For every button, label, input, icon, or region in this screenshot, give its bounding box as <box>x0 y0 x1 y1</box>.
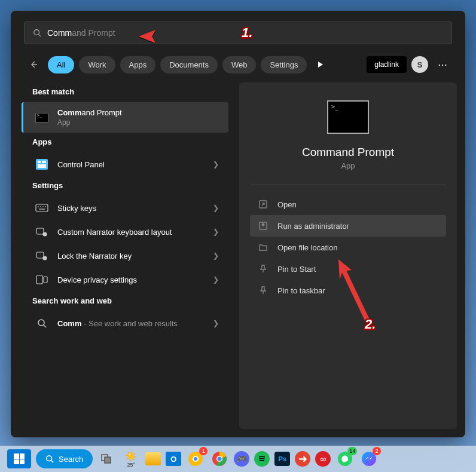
search-icon <box>35 317 49 329</box>
section-apps: Apps <box>19 133 231 152</box>
section-best-match: Best match <box>19 82 231 102</box>
arrow-left-icon <box>29 60 38 69</box>
keyboard-icon <box>35 202 49 214</box>
tab-apps[interactable]: Apps <box>120 56 156 73</box>
chevron-right-icon: ❯ <box>213 275 219 284</box>
action-open[interactable]: Open <box>250 194 446 215</box>
action-label: Open <box>277 200 297 209</box>
svg-rect-4 <box>42 161 46 163</box>
tab-web[interactable]: Web <box>222 56 257 73</box>
spotify-icon[interactable] <box>254 451 270 467</box>
search-typed-text: Comm <box>47 28 72 38</box>
action-label: Pin to taskbar <box>277 286 325 295</box>
search-icon <box>45 455 54 463</box>
file-explorer-icon[interactable] <box>145 452 161 465</box>
action-pin-taskbar[interactable]: Pin to taskbar <box>250 280 446 301</box>
chrome-canary-icon[interactable]: 1 <box>186 449 205 468</box>
preview-subtitle: App <box>250 161 446 170</box>
preview-title: Command Prompt <box>250 146 446 159</box>
svg-rect-25 <box>105 457 111 463</box>
svg-point-15 <box>43 256 47 260</box>
result-lock-narrator[interactable]: Lock the Narrator key ❯ <box>22 244 228 268</box>
chevron-right-icon: ❯ <box>213 319 219 327</box>
pin-icon <box>258 286 268 295</box>
svg-point-22 <box>47 456 52 461</box>
tab-all[interactable]: All <box>48 56 74 73</box>
discord-icon[interactable]: 🎮 <box>234 451 249 467</box>
preview-pane: Command Prompt App Open Run as administr… <box>239 82 457 429</box>
action-label: Pin to Start <box>277 265 316 274</box>
svg-point-28 <box>194 457 197 461</box>
section-settings: Settings <box>19 176 231 196</box>
chevron-right-icon: ❯ <box>213 252 219 260</box>
action-label: Open file location <box>277 243 337 252</box>
svg-rect-6 <box>36 204 48 212</box>
more-button[interactable]: ⋯ <box>433 59 452 71</box>
search-icon <box>33 29 41 37</box>
result-web-search[interactable]: Comm - See work and web results ❯ <box>22 311 228 335</box>
whatsapp-icon[interactable]: 14 <box>335 449 355 468</box>
result-subtitle: App <box>57 118 219 127</box>
svg-rect-12 <box>36 228 44 234</box>
outlook-icon[interactable]: O <box>166 452 181 466</box>
result-privacy[interactable]: Device privacy settings ❯ <box>22 268 228 292</box>
search-bar[interactable]: Command Prompt <box>24 22 452 44</box>
creative-cloud-icon[interactable]: ∞ <box>315 451 331 467</box>
folder-icon <box>258 243 268 252</box>
search-ghost-text: and Prompt <box>72 28 115 38</box>
todoist-icon[interactable]: ➜ <box>295 451 310 467</box>
tab-settings[interactable]: Settings <box>261 56 307 73</box>
gladlink-pill[interactable]: gladlink <box>367 56 407 73</box>
avatar[interactable]: S <box>411 56 428 73</box>
svg-point-31 <box>218 457 222 461</box>
result-command-prompt[interactable]: Command Prompt App <box>22 102 228 133</box>
control-panel-icon <box>35 158 49 170</box>
result-title: Sticky keys <box>57 204 213 213</box>
taskview-icon[interactable] <box>97 449 117 468</box>
results-column: Best match Command Prompt App Apps Contr… <box>19 82 231 429</box>
divider <box>250 185 446 185</box>
action-label: Run as administrator <box>277 222 349 231</box>
tabs-row: All Work Apps Documents Web Settings gla… <box>11 44 465 82</box>
svg-line-23 <box>51 461 54 463</box>
action-run-admin[interactable]: Run as administrator <box>250 215 446 237</box>
taskbar-search-label: Search <box>59 455 83 464</box>
start-button[interactable] <box>7 449 31 468</box>
result-narrator-layout[interactable]: Custom Narrator keyboard layout ❯ <box>22 220 228 244</box>
chrome-icon[interactable] <box>210 449 229 468</box>
result-sticky-keys[interactable]: Sticky keys ❯ <box>22 196 228 220</box>
result-title: Control Panel <box>57 160 213 169</box>
admin-icon <box>258 221 268 231</box>
result-title: Device privacy settings <box>57 275 213 284</box>
action-open-location[interactable]: Open file location <box>250 237 446 258</box>
svg-rect-3 <box>38 161 41 163</box>
weather-icon[interactable]: ☀️ 25° <box>121 449 141 468</box>
narrator-lock-icon <box>35 250 49 262</box>
section-web: Search work and web <box>19 292 231 311</box>
preview-app-icon <box>327 100 369 134</box>
svg-line-1 <box>39 35 41 37</box>
taskbar-search[interactable]: Search <box>36 449 93 468</box>
play-icon[interactable] <box>312 56 329 73</box>
svg-line-19 <box>44 325 46 327</box>
tab-documents[interactable]: Documents <box>160 56 218 73</box>
result-title: Lock the Narrator key <box>57 252 213 260</box>
result-title: Comm - See work and web results <box>57 319 213 328</box>
photoshop-icon[interactable]: Ps <box>274 452 290 466</box>
result-control-panel[interactable]: Control Panel ❯ <box>22 152 228 176</box>
messenger-icon[interactable]: 2 <box>359 449 379 468</box>
privacy-icon <box>35 274 49 286</box>
chevron-right-icon: ❯ <box>213 160 219 168</box>
taskbar: Search ☀️ 25° O 1 🎮 Ps ➜ ∞ 14 2 <box>0 446 476 472</box>
cmd-icon <box>35 112 49 124</box>
tab-work[interactable]: Work <box>79 56 115 73</box>
result-title: Custom Narrator keyboard layout <box>57 228 213 237</box>
action-pin-start[interactable]: Pin to Start <box>250 258 446 280</box>
back-button[interactable] <box>24 55 43 74</box>
result-title: Command Prompt <box>57 108 219 117</box>
chevron-right-icon: ❯ <box>213 228 219 236</box>
windows-logo-icon <box>14 453 25 464</box>
chevron-right-icon: ❯ <box>213 204 219 212</box>
svg-point-18 <box>38 320 44 326</box>
open-icon <box>258 200 268 209</box>
